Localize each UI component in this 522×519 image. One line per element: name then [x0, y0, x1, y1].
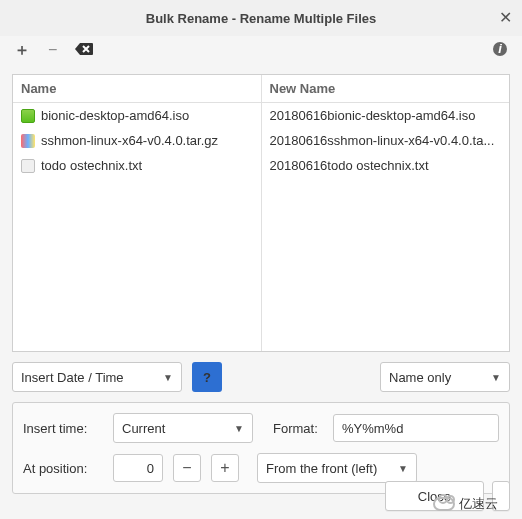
add-file-button[interactable]: ＋ [14, 42, 30, 58]
apply-to-select[interactable]: Name only ▼ [380, 362, 510, 392]
list-item[interactable]: 20180616bionic-desktop-amd64.iso [262, 103, 510, 128]
close-button[interactable]: Close [385, 481, 484, 511]
from-direction-select[interactable]: From the front (left) ▼ [257, 453, 417, 483]
close-icon[interactable]: ✕ [499, 8, 512, 27]
column-header-newname[interactable]: New Name [262, 75, 510, 103]
window-title: Bulk Rename - Rename Multiple Files [146, 11, 376, 26]
column-header-name[interactable]: Name [13, 75, 261, 103]
clear-list-button[interactable] [75, 42, 93, 58]
help-button[interactable]: ? [192, 362, 222, 392]
info-icon[interactable]: i [492, 41, 508, 60]
disc-icon [21, 109, 35, 123]
position-input[interactable] [113, 454, 163, 482]
position-increment[interactable]: + [211, 454, 239, 482]
archive-icon [21, 134, 35, 148]
operation-mode-select[interactable]: Insert Date / Time ▼ [12, 362, 182, 392]
position-decrement[interactable]: − [173, 454, 201, 482]
remove-file-button[interactable]: − [48, 42, 57, 58]
chevron-down-icon: ▼ [398, 463, 408, 474]
chevron-down-icon: ▼ [491, 372, 501, 383]
file-list: Name bionic-desktop-amd64.iso sshmon-lin… [12, 74, 510, 352]
chevron-down-icon: ▼ [163, 372, 173, 383]
format-label: Format: [273, 421, 323, 436]
list-item[interactable]: 20180616todo ostechnix.txt [262, 153, 510, 178]
insert-time-label: Insert time: [23, 421, 103, 436]
list-item[interactable]: bionic-desktop-amd64.iso [13, 103, 261, 128]
list-item[interactable]: 20180616sshmon-linux-x64-v0.4.0.ta... [262, 128, 510, 153]
list-item[interactable]: sshmon-linux-x64-v0.4.0.tar.gz [13, 128, 261, 153]
apply-button[interactable] [492, 481, 510, 511]
text-file-icon [21, 159, 35, 173]
chevron-down-icon: ▼ [234, 423, 244, 434]
format-input[interactable]: %Y%m%d [333, 414, 499, 442]
insert-time-select[interactable]: Current ▼ [113, 413, 253, 443]
list-item[interactable]: todo ostechnix.txt [13, 153, 261, 178]
svg-text:i: i [498, 41, 502, 56]
position-label: At position: [23, 461, 103, 476]
